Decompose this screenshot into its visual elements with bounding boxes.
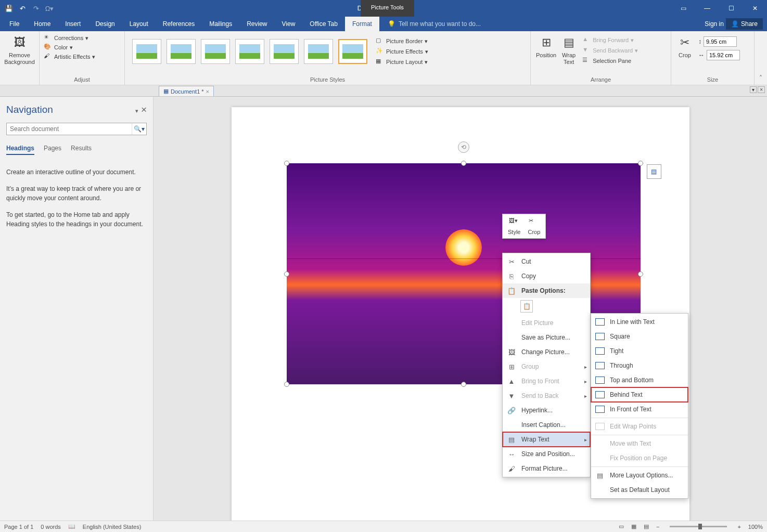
share-button[interactable]: 👤Share	[726, 18, 763, 30]
style-thumb[interactable]	[338, 39, 367, 64]
style-thumb[interactable]	[270, 39, 299, 64]
selection-handle[interactable]	[284, 161, 289, 166]
picture-styles-gallery[interactable]	[128, 35, 372, 68]
save-icon[interactable]: 💾	[4, 4, 14, 13]
ctx-size-position[interactable]: ↔Size and Position...	[503, 447, 590, 461]
omega-icon[interactable]: Ω▾	[45, 4, 54, 13]
group-label-size: Size	[674, 75, 751, 84]
ribbon-display-icon[interactable]: ▭	[671, 0, 695, 17]
crop-icon: ✂	[676, 34, 693, 51]
document-tab[interactable]: ▦Document1 *×	[159, 86, 214, 96]
wrap-more-options[interactable]: ▤More Layout Options...	[591, 468, 688, 483]
ctx-copy[interactable]: ⎘Copy	[503, 269, 590, 283]
tab-insert[interactable]: Insert	[58, 17, 88, 31]
wrap-behind-text[interactable]: Behind Text	[591, 387, 688, 402]
ctx-insert-caption[interactable]: Insert Caption...	[503, 418, 590, 432]
wrap-default-layout[interactable]: Set as Default Layout	[591, 483, 688, 497]
rotate-handle-icon[interactable]: ⟲	[458, 141, 469, 153]
selection-handle[interactable]	[461, 161, 466, 166]
nav-search[interactable]: 🔍▾	[6, 123, 147, 135]
style-thumb[interactable]	[304, 39, 333, 64]
wrap-through[interactable]: Through	[591, 358, 688, 373]
tab-dropdown-icon[interactable]: ▾	[750, 86, 757, 93]
mini-style-button[interactable]: 🖼▾Style	[505, 216, 523, 236]
maximize-icon[interactable]: ☐	[719, 0, 743, 17]
style-thumb[interactable]	[201, 39, 230, 64]
color-button[interactable]: 🎨Color ▾	[43, 43, 121, 52]
selection-handle[interactable]	[461, 382, 466, 387]
send-backward-button[interactable]: ▼Send Backward ▾	[581, 46, 639, 55]
tab-file[interactable]: File	[2, 17, 27, 31]
nav-tab-results[interactable]: Results	[71, 145, 92, 155]
paste-option-button[interactable]: 📋	[520, 300, 533, 313]
close-icon[interactable]: ✕	[743, 0, 767, 17]
tab-layout[interactable]: Layout	[122, 17, 156, 31]
ctx-cut[interactable]: ✂Cut	[503, 254, 590, 269]
tab-review[interactable]: Review	[239, 17, 274, 31]
picture-layout-button[interactable]: ▦Picture Layout ▾	[375, 57, 429, 67]
nav-dropdown-icon[interactable]: ▾	[135, 108, 138, 114]
search-icon[interactable]: 🔍▾	[132, 123, 146, 135]
sign-in-link[interactable]: Sign in	[705, 20, 724, 28]
tab-mailings[interactable]: Mailings	[202, 17, 239, 31]
tab-office-tab[interactable]: Office Tab	[302, 17, 345, 31]
style-thumb[interactable]	[235, 39, 264, 64]
search-input[interactable]	[7, 123, 132, 135]
artistic-effects-button[interactable]: 🖌Artistic Effects ▾	[43, 52, 121, 61]
color-icon: 🎨	[44, 43, 52, 51]
nav-tab-headings[interactable]: Headings	[6, 145, 34, 155]
height-input[interactable]	[704, 36, 737, 47]
style-thumb[interactable]	[132, 39, 161, 64]
ctx-hyperlink[interactable]: 🔗Hyperlink...	[503, 403, 590, 418]
ctx-group: ⊞Group▸	[503, 359, 590, 374]
wrap-in-front[interactable]: In Front of Text	[591, 402, 688, 417]
bring-forward-button[interactable]: ▲Bring Forward ▾	[581, 35, 639, 45]
style-thumb[interactable]	[167, 39, 196, 64]
minimize-icon[interactable]: —	[695, 0, 719, 17]
collapse-ribbon-icon[interactable]: ˄	[759, 74, 762, 82]
wrap-topbot-icon	[595, 375, 605, 385]
hyperlink-icon: 🔗	[507, 406, 516, 415]
mini-toolbar: 🖼▾Style ✂Crop	[502, 214, 546, 239]
picture-border-button[interactable]: ▢Picture Border ▾	[375, 36, 429, 46]
mini-crop-button[interactable]: ✂Crop	[525, 216, 543, 236]
ctx-save-as-picture[interactable]: Save as Picture...	[503, 330, 590, 345]
tab-design[interactable]: Design	[88, 17, 122, 31]
picture-effects-button[interactable]: ✨Picture Effects ▾	[375, 47, 429, 56]
selection-pane-button[interactable]: ☰Selection Pane	[581, 56, 639, 66]
tell-me-search[interactable]: 💡Tell me what you want to do...	[379, 20, 481, 28]
corrections-button[interactable]: ☀Corrections ▾	[43, 33, 121, 43]
position-icon: ⊞	[538, 34, 555, 51]
ctx-format-picture[interactable]: 🖌Format Picture...	[503, 461, 590, 476]
remove-background-button[interactable]: 🖼 Remove Background	[3, 33, 36, 67]
tab-close-icon[interactable]: ×	[758, 86, 765, 93]
selection-handle[interactable]	[638, 161, 643, 166]
group-icon: ⊞	[507, 362, 516, 371]
tab-references[interactable]: References	[156, 17, 202, 31]
nav-tab-pages[interactable]: Pages	[44, 145, 61, 155]
selection-handle[interactable]	[638, 271, 643, 277]
position-button[interactable]: ⊞Position	[534, 33, 558, 68]
document-canvas[interactable]: ⟲ ▤ 🖼▾Style ✂Crop ✂Cut ⎘Copy 📋Paste Opti…	[154, 97, 767, 521]
close-tab-icon[interactable]: ×	[206, 88, 209, 95]
selection-handle[interactable]	[284, 382, 289, 387]
width-input[interactable]	[707, 50, 740, 60]
tab-home[interactable]: Home	[27, 17, 58, 31]
ctx-wrap-text[interactable]: ▤Wrap Text▸	[503, 432, 590, 447]
tab-format[interactable]: Format	[345, 17, 379, 31]
layout-options-button[interactable]: ▤	[647, 164, 661, 179]
selection-handle[interactable]	[284, 271, 289, 277]
edit-wrap-icon	[595, 422, 605, 431]
redo-icon[interactable]: ↷	[31, 4, 41, 13]
ribbon-tabs: File Home Insert Design Layout Reference…	[0, 17, 767, 31]
tab-view[interactable]: View	[275, 17, 303, 31]
undo-icon[interactable]: ↶	[18, 4, 27, 13]
nav-close-icon[interactable]: ×	[141, 104, 147, 115]
wrap-square[interactable]: Square	[591, 329, 688, 344]
ctx-change-picture[interactable]: 🖼Change Picture...	[503, 345, 590, 359]
wrap-tight[interactable]: Tight	[591, 344, 688, 358]
crop-button[interactable]: ✂Crop	[674, 33, 695, 60]
wrap-top-bottom[interactable]: Top and Bottom	[591, 373, 688, 387]
wrap-inline[interactable]: In Line with Text	[591, 315, 688, 329]
wrap-text-button[interactable]: ▤Wrap Text	[558, 33, 579, 68]
